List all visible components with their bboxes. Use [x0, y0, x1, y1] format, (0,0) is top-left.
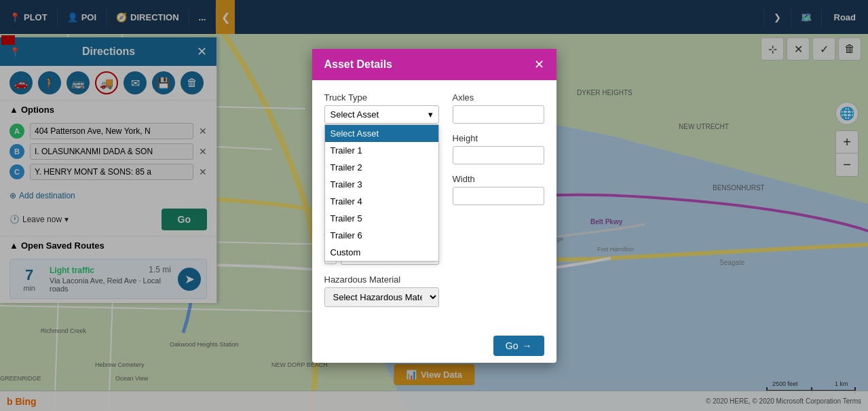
modal-go-label: Go: [506, 340, 518, 351]
truck-type-dropdown-list: Select Asset Trailer 1 Trailer 2 Trailer…: [324, 124, 439, 262]
width-input[interactable]: [453, 187, 544, 205]
axles-label: Axles: [453, 92, 544, 103]
modal-overlay: Asset Details ✕ Truck Type Select Asset …: [0, 0, 868, 411]
height-input[interactable]: [453, 146, 544, 164]
hazmat-label: Hazardous Material: [324, 274, 439, 285]
modal-close-button[interactable]: ✕: [534, 57, 544, 72]
modal-header: Asset Details ✕: [312, 49, 556, 80]
height-group: Height: [453, 133, 544, 164]
hazmat-select[interactable]: Select Hazardous Material: [324, 287, 439, 307]
height-label: Height: [453, 133, 544, 143]
modal-go-button[interactable]: Go →: [493, 336, 544, 356]
dropdown-item-trailer1[interactable]: Trailer 1: [325, 142, 438, 159]
dropdown-selected-label: Select Asset: [331, 109, 379, 120]
dropdown-item-trailer3[interactable]: Trailer 3: [325, 176, 438, 193]
dropdown-item-custom[interactable]: Custom: [325, 244, 438, 261]
modal-footer: Go →: [312, 329, 556, 363]
dropdown-item-trailer5[interactable]: Trailer 5: [325, 210, 438, 227]
axles-group: Axles: [453, 92, 544, 124]
dropdown-item-select-asset[interactable]: Select Asset: [325, 125, 438, 142]
truck-type-group: Truck Type Select Asset ▾ Select Asset T…: [324, 92, 439, 124]
modal-body: Truck Type Select Asset ▾ Select Asset T…: [312, 80, 556, 329]
modal-columns: Truck Type Select Asset ▾ Select Asset T…: [324, 92, 544, 317]
dropdown-chevron-icon: ▾: [428, 109, 433, 120]
modal-go-arrow-icon: →: [523, 340, 532, 351]
asset-details-modal: Asset Details ✕ Truck Type Select Asset …: [312, 49, 556, 363]
modal-right-column: Axles Height Width: [453, 92, 544, 317]
dropdown-item-trailer2[interactable]: Trailer 2: [325, 159, 438, 176]
axles-input[interactable]: [453, 105, 544, 124]
modal-title: Asset Details: [324, 58, 393, 71]
dropdown-item-trailer6[interactable]: Trailer 6: [325, 227, 438, 244]
truck-type-dropdown[interactable]: Select Asset ▾: [324, 105, 439, 124]
modal-left-column: Truck Type Select Asset ▾ Select Asset T…: [324, 92, 439, 317]
width-group: Width: [453, 174, 544, 205]
truck-type-dropdown-container: Select Asset ▾ Select Asset Trailer 1 Tr…: [324, 105, 439, 124]
hazmat-group: Hazardous Material Select Hazardous Mate…: [324, 274, 439, 307]
width-label: Width: [453, 174, 544, 184]
truck-type-label: Truck Type: [324, 92, 439, 103]
dropdown-item-trailer4[interactable]: Trailer 4: [325, 193, 438, 210]
